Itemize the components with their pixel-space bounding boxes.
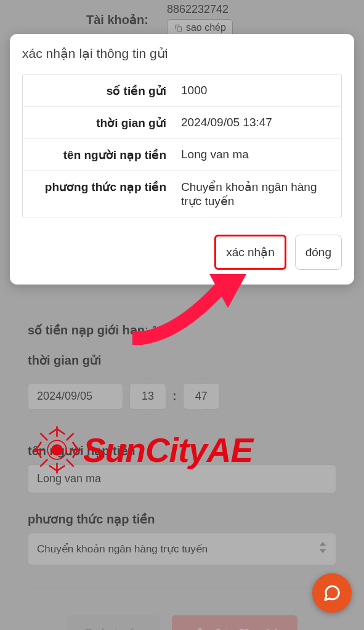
close-button[interactable]: đóng — [295, 235, 342, 270]
table-row: tên người nạp tiền Long van ma — [23, 139, 341, 171]
svg-line-14 — [57, 466, 65, 471]
svg-line-10 — [67, 433, 74, 440]
svg-line-12 — [57, 429, 65, 435]
sun-icon — [31, 424, 83, 476]
modal-title: xác nhận lại thông tin gửi — [22, 46, 342, 61]
svg-line-16 — [36, 450, 42, 458]
chat-icon — [323, 584, 341, 602]
svg-point-2 — [52, 445, 62, 455]
svg-line-8 — [67, 459, 74, 467]
info-table: số tiền gửi 1000 thời gian gửi 2024/09/0… — [22, 75, 342, 217]
svg-line-15 — [36, 442, 42, 450]
table-row: thời gian gửi 2024/09/05 13:47 — [23, 107, 341, 139]
time-label: thời gian gửi — [23, 107, 174, 139]
svg-line-7 — [40, 433, 47, 440]
watermark: SunCityAE — [31, 424, 253, 476]
svg-line-17 — [73, 442, 78, 450]
chat-button[interactable] — [312, 573, 352, 613]
table-row: số tiền gửi 1000 — [23, 75, 341, 107]
table-row: phương thức nạp tiền Chuyển khoản ngân h… — [23, 171, 341, 217]
confirmation-modal: xác nhận lại thông tin gửi số tiền gửi 1… — [10, 34, 354, 285]
name-value: Long van ma — [174, 139, 341, 171]
method-value: Chuyển khoản ngân hàng trực tuyến — [174, 171, 341, 217]
svg-line-9 — [40, 459, 47, 467]
amount-value: 1000 — [174, 75, 341, 107]
arrow-annotation — [114, 265, 262, 345]
name-label: tên người nạp tiền — [23, 139, 174, 171]
amount-label: số tiền gửi — [23, 75, 174, 107]
svg-line-11 — [49, 429, 57, 435]
svg-line-13 — [49, 466, 57, 471]
method-label: phương thức nạp tiền — [23, 171, 174, 217]
svg-line-18 — [73, 450, 78, 458]
watermark-text: SunCityAE — [83, 430, 253, 470]
time-value: 2024/09/05 13:47 — [174, 107, 341, 139]
